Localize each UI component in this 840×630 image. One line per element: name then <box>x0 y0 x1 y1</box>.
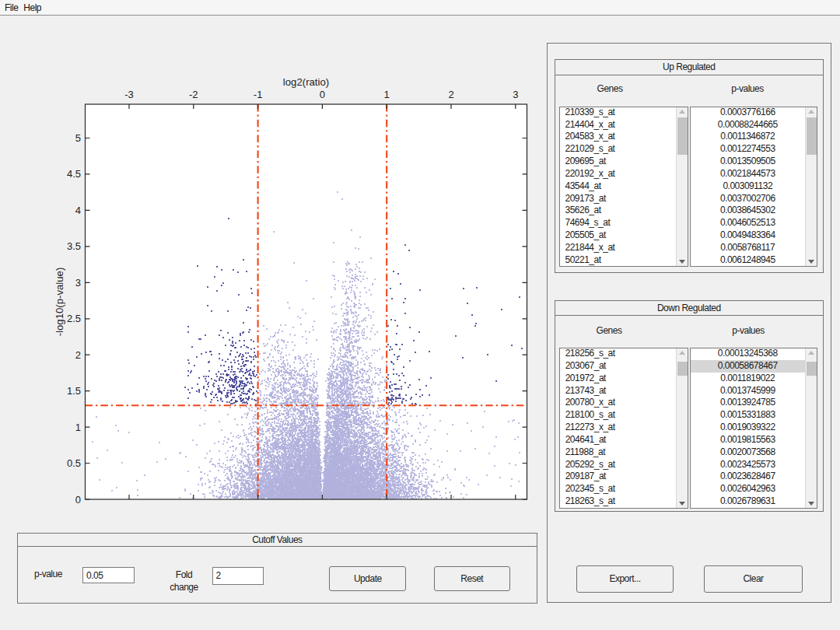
svg-text:2: 2 <box>448 89 453 100</box>
svg-text:1: 1 <box>75 422 81 433</box>
svg-text:4.5: 4.5 <box>67 168 81 180</box>
svg-text:-1: -1 <box>254 89 263 100</box>
svg-text:-2: -2 <box>189 89 198 100</box>
svg-text:5: 5 <box>75 132 81 144</box>
svg-text:-3: -3 <box>124 89 134 100</box>
svg-text:0.5: 0.5 <box>67 457 81 469</box>
svg-text:log2(ratio): log2(ratio) <box>283 76 329 88</box>
svg-text:-log10(p-value): -log10(p-value) <box>54 268 65 337</box>
svg-text:2: 2 <box>75 349 81 361</box>
svg-text:4: 4 <box>75 205 81 216</box>
svg-text:2.5: 2.5 <box>67 313 81 324</box>
svg-text:1: 1 <box>384 89 390 100</box>
svg-text:3: 3 <box>513 89 518 100</box>
svg-text:0: 0 <box>75 494 81 506</box>
svg-text:1.5: 1.5 <box>67 385 81 397</box>
svg-text:3.5: 3.5 <box>67 240 81 252</box>
svg-text:3: 3 <box>75 277 81 289</box>
svg-text:0: 0 <box>320 89 325 100</box>
